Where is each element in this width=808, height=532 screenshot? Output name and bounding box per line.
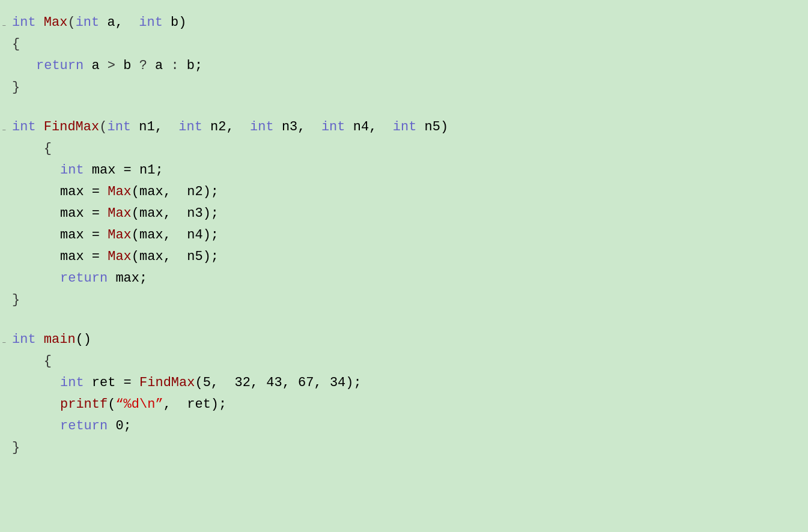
text-max-n5b: (max, n5); — [132, 246, 219, 268]
space-main1 — [36, 329, 44, 351]
line-max-signature: ⁻ int Max ( int a, int b) — [12, 12, 796, 34]
line-findmax-max-n2: max = Max (max, n2); — [12, 181, 796, 203]
line-main-open-brace: { — [12, 351, 796, 372]
func-printf: printf — [60, 394, 108, 416]
text-ret1: ret = — [84, 372, 139, 394]
space-fm6: n5) — [416, 116, 448, 138]
line-main-signature: ⁻ int main () — [12, 329, 796, 351]
string-format: “%d\n” — [115, 394, 163, 416]
line-findmax-return: return max; — [12, 268, 796, 289]
space-fm3: n2, — [202, 116, 250, 138]
fold-main[interactable]: ⁻ — [1, 334, 7, 355]
text-ret2: (5, 32, 43, 67, 34); — [195, 372, 361, 394]
fold-max[interactable]: ⁻ — [1, 17, 7, 38]
keyword-int-2: int — [76, 12, 100, 34]
brace-open-1: { — [12, 34, 20, 55]
space-fm5: n4, — [345, 116, 393, 138]
fold-findmax[interactable]: ⁻ — [1, 121, 7, 143]
space-4: a — [84, 55, 108, 77]
space-5: b — [115, 55, 139, 77]
line-max-open-brace: { — [12, 34, 796, 55]
text-return-max: max; — [108, 268, 147, 289]
code-container: ⁻ int Max ( int a, int b) { return a > b… — [0, 6, 808, 471]
paren-open-1: ( — [67, 12, 75, 34]
line-max-return: return a > b ? a : b; — [12, 55, 796, 77]
text-max-n4: max = — [60, 225, 108, 246]
keyword-int-main: int — [12, 329, 36, 351]
func-max-call-n5: Max — [108, 246, 132, 268]
op-colon: : — [171, 55, 178, 77]
brace-close-1: } — [12, 77, 20, 98]
keyword-int-max: int — [60, 160, 84, 181]
keyword-return-fm: return — [60, 268, 108, 289]
line-main-return: return 0; — [12, 416, 796, 437]
line-main-printf: printf ( “%d\n” , ret); — [12, 394, 796, 416]
brace-close-fm: } — [12, 289, 20, 311]
indent-main — [12, 351, 44, 372]
line-findmax-int-max: int max = n1; — [12, 160, 796, 181]
text-return-0: 0; — [108, 416, 132, 437]
keyword-int-n2: int — [178, 116, 202, 138]
space-1 — [36, 12, 44, 34]
text-max-n5: max = — [60, 246, 108, 268]
function-findmax-name: FindMax — [44, 116, 99, 138]
function-max-block: ⁻ int Max ( int a, int b) { return a > b… — [12, 12, 796, 98]
op-ternary: ? — [139, 55, 147, 77]
text-max-n4b: (max, n4); — [132, 225, 219, 246]
line-findmax-max-n3: max = Max (max, n3); — [12, 203, 796, 225]
line-findmax-max-n5: max = Max (max, n5); — [12, 246, 796, 268]
line-findmax-open-brace: { — [12, 138, 796, 160]
keyword-return-main: return — [60, 416, 108, 437]
line-max-close-brace: } — [12, 77, 796, 98]
space-fm7: max = n1; — [84, 160, 163, 181]
space-fm2: n1, — [131, 116, 178, 138]
function-max-name: Max — [44, 12, 68, 34]
space-6: a — [147, 55, 171, 77]
func-max-call-n4: Max — [108, 225, 132, 246]
keyword-int-n5: int — [393, 116, 417, 138]
text-max-n2: max = — [60, 181, 108, 203]
line-main-close-brace: } — [12, 437, 796, 459]
keyword-int-ret: int — [60, 372, 84, 394]
space-fm1 — [36, 116, 44, 138]
keyword-int-n3: int — [250, 116, 274, 138]
brace-open-fm: { — [44, 138, 52, 160]
func-findmax-call: FindMax — [139, 372, 195, 394]
text-max-n2b: (max, n2); — [132, 181, 219, 203]
keyword-int-n1: int — [107, 116, 131, 138]
text-printf2: , ret); — [163, 394, 227, 416]
func-max-call-n3: Max — [108, 203, 132, 225]
brace-close-main: } — [12, 437, 20, 459]
op-gt: > — [108, 55, 115, 77]
space-3: b) — [163, 12, 187, 34]
text-printf1: ( — [108, 394, 115, 416]
keyword-int-n4: int — [321, 116, 345, 138]
func-max-call-n2: Max — [108, 181, 132, 203]
paren-open-fm: ( — [99, 116, 107, 138]
line-findmax-close-brace: } — [12, 289, 796, 311]
space-fm4: n3, — [274, 116, 321, 138]
separator-1 — [12, 104, 796, 116]
text-max-n3: max = — [60, 203, 108, 225]
text-main-parens: () — [76, 329, 91, 351]
keyword-return-1: return — [36, 55, 84, 77]
function-main-block: ⁻ int main () { int ret = FindMax (5, 32… — [12, 329, 796, 459]
line-findmax-max-n4: max = Max (max, n4); — [12, 225, 796, 246]
brace-open-main: { — [44, 351, 52, 372]
keyword-int-3: int — [139, 12, 163, 34]
space-2: a, — [99, 12, 139, 34]
space-7: b; — [179, 55, 203, 77]
separator-2 — [12, 317, 796, 329]
function-findmax-block: ⁻ int FindMax ( int n1, int n2, int n3, … — [12, 116, 796, 311]
text-max-n3b: (max, n3); — [132, 203, 219, 225]
keyword-int-findmax: int — [12, 116, 36, 138]
line-findmax-signature: ⁻ int FindMax ( int n1, int n2, int n3, … — [12, 116, 796, 138]
line-main-int-ret: int ret = FindMax (5, 32, 43, 67, 34); — [12, 372, 796, 394]
keyword-int-1: int — [12, 12, 36, 34]
indent-space-fm — [12, 138, 44, 160]
function-main-name: main — [44, 329, 76, 351]
